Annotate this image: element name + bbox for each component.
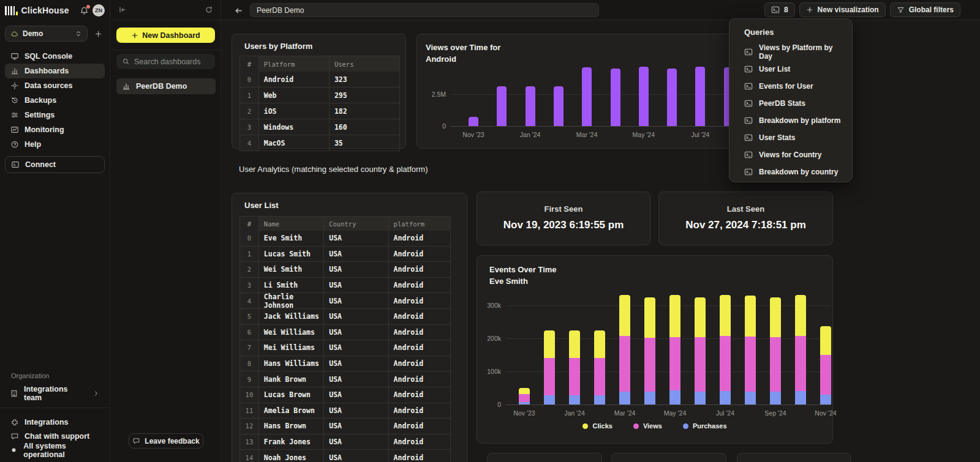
platform-table-row[interactable]: 2 iOS 182	[239, 103, 400, 119]
query-menu-item[interactable]: PeerDB Stats	[744, 95, 847, 112]
main-toolbar: 8 New visualization Global filters	[221, 0, 980, 20]
collapse-panel-icon[interactable]	[118, 6, 127, 14]
user-table-row[interactable]: 0 Eve Smith USA Android	[239, 231, 451, 247]
users-by-platform-card: Users by Platform # Platform Users 0 And…	[232, 34, 406, 149]
sidebar-nav-item[interactable]: Backups	[5, 93, 105, 108]
chat-icon	[132, 437, 140, 445]
sidebar-footer-item[interactable]: Integrations	[5, 415, 105, 429]
status-dot-icon	[10, 448, 18, 452]
sidebar-footer: Integrations Chat with support All syste…	[5, 415, 105, 457]
user-table-row[interactable]: 2 Wei Smith USA Android	[239, 262, 451, 278]
brand-name: ClickHouse	[21, 6, 69, 15]
terminal-icon	[744, 116, 753, 125]
stacked-bar-segment	[594, 395, 605, 404]
platform-table-row[interactable]: 4 MacOS 35	[239, 135, 400, 151]
y-axis-tick: 0	[423, 122, 446, 130]
dashboards-icon	[10, 67, 19, 75]
user-table-row[interactable]: 14 Noah Jones USA Android	[239, 450, 451, 462]
query-menu-item[interactable]: Views by Platform by Day	[744, 43, 847, 61]
stacked-bar-segment	[544, 330, 555, 358]
sidebar-nav-item[interactable]: Dashboards	[5, 64, 105, 78]
users-by-platform-title: Users by Platform	[244, 42, 312, 51]
add-service-button[interactable]	[91, 27, 105, 40]
global-filters-button[interactable]: Global filters	[890, 2, 960, 17]
stacked-bar-segment	[569, 330, 580, 358]
column-header: Users	[330, 56, 399, 72]
stacked-bar-segment	[820, 395, 831, 404]
user-table-row[interactable]: 9 Hank Brown USA Android	[239, 371, 451, 387]
stacked-bar-segment	[519, 388, 530, 394]
partial-card	[611, 453, 726, 462]
first-seen-card: First Seen Nov 19, 2023 6:19:55 pm	[477, 192, 650, 245]
legend-dot-icon	[582, 423, 588, 429]
stacked-bar-segment	[644, 392, 655, 404]
x-axis-tick: Mar '24	[567, 131, 606, 138]
search-input[interactable]	[134, 58, 209, 66]
new-dashboard-button[interactable]: New Dashboard	[116, 28, 215, 43]
user-table-row[interactable]: 8 Hans Williams USA Android	[239, 356, 451, 372]
platform-table-row[interactable]: 1 Web 295	[239, 88, 400, 103]
leave-feedback-button[interactable]: Leave feedback	[129, 433, 203, 449]
sidebar-footer-item[interactable]: All systems operational	[5, 443, 105, 457]
terminal-icon	[744, 82, 753, 91]
dashboard-list-item[interactable]: PeerDB Demo	[116, 78, 216, 94]
legend-item[interactable]: Clicks	[582, 422, 612, 430]
settings-icon	[10, 111, 19, 119]
connect-button[interactable]: Connect	[5, 156, 105, 173]
legend-item[interactable]: Views	[633, 422, 662, 430]
workspace-selector[interactable]: Demo	[5, 26, 88, 42]
team-name: Integrations team	[24, 385, 87, 402]
first-seen-label: First Seen	[477, 204, 650, 214]
notifications-bell-icon[interactable]	[80, 6, 89, 15]
query-menu-item[interactable]: User List	[744, 61, 847, 78]
new-visualization-button[interactable]: New visualization	[799, 2, 886, 17]
sidebar-nav-item[interactable]: SQL Console	[5, 49, 105, 64]
query-menu-item[interactable]: Breakdown by platform	[744, 112, 847, 129]
connect-icon	[11, 160, 20, 169]
user-table-row[interactable]: 6 Wei Williams USA Android	[239, 325, 451, 341]
stacked-bar-segment	[619, 392, 630, 404]
refresh-icon[interactable]	[205, 6, 213, 14]
stacked-bar-segment	[569, 395, 580, 404]
sidebar-nav-item[interactable]: Settings	[5, 108, 105, 122]
stacked-bar-segment	[519, 394, 530, 402]
user-table-row[interactable]: 11 Amelia Brown USA Android	[239, 403, 451, 419]
partial-card	[737, 453, 851, 462]
stacked-bar-segment	[695, 392, 706, 404]
column-header: Name	[259, 217, 324, 231]
query-menu-item[interactable]: Events for User	[744, 78, 847, 95]
legend-item[interactable]: Purchases	[683, 422, 727, 430]
organization-team-item[interactable]: Integrations team	[5, 386, 105, 401]
back-arrow-icon[interactable]	[231, 3, 246, 18]
x-axis-tick: Mar '24	[605, 409, 644, 417]
dashboard-title-input[interactable]	[250, 3, 599, 17]
platform-table-row[interactable]: 3 Windows 160	[239, 119, 400, 135]
data-sources-icon	[10, 81, 19, 90]
workspace-row: Demo	[5, 26, 105, 42]
sidebar-nav-item[interactable]: Data sources	[5, 78, 105, 93]
user-table-row[interactable]: 5 Jack Williams USA Android	[239, 309, 451, 325]
user-table-row[interactable]: 7 Mei Williams USA Android	[239, 340, 451, 356]
dashboards-panel-header	[111, 0, 221, 20]
user-table-row[interactable]: 3 Li Smith USA Android	[239, 278, 451, 294]
query-menu-item[interactable]: User Stats	[744, 129, 847, 146]
bar	[639, 67, 649, 126]
user-table-row[interactable]: 12 Hans Brown USA Android	[239, 419, 451, 434]
user-table-row[interactable]: 4 Charlie Johnson USA Android	[239, 293, 451, 309]
query-menu-item[interactable]: Breakdown by country	[744, 163, 847, 181]
y-axis-tick: 0	[478, 401, 501, 408]
avatar[interactable]: ZN	[92, 4, 105, 17]
user-table-row[interactable]: 13 Frank Jones USA Android	[239, 434, 451, 450]
user-table-row[interactable]: 10 Lucas Brown USA Android	[239, 387, 451, 403]
sidebar-nav-item[interactable]: Monitoring	[5, 122, 105, 137]
sidebar-nav: SQL Console Dashboards Data sources Back…	[5, 49, 105, 152]
queries-count-button[interactable]: 8	[764, 2, 795, 17]
sidebar-nav-item[interactable]: Help	[5, 137, 105, 152]
stacked-bar-segment	[820, 355, 831, 395]
user-table-row[interactable]: 1 Lucas Smith USA Android	[239, 247, 451, 263]
chat-icon	[10, 432, 19, 441]
query-menu-item[interactable]: Views for Country	[744, 146, 847, 163]
platform-table-row[interactable]: 0 Android 323	[239, 72, 400, 88]
stacked-bar-segment	[644, 297, 655, 338]
stacked-bar-segment	[669, 390, 680, 404]
